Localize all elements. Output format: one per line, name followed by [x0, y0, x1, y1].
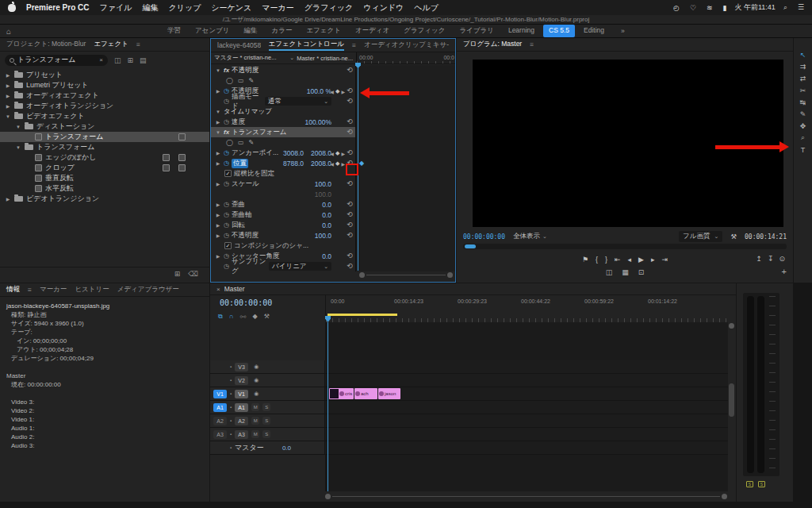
disclosure-icon[interactable]: ▼	[215, 130, 221, 135]
param-value[interactable]: 100.0 %	[307, 87, 331, 95]
param-value[interactable]: 8788.0	[283, 160, 304, 167]
disclosure-icon[interactable]: ▼	[215, 68, 221, 73]
footer-icon-1[interactable]: ⌫	[188, 270, 198, 278]
menu-item[interactable]: グラフィック	[304, 2, 353, 13]
multi-camera-button[interactable]: ▦	[622, 268, 629, 276]
menu-item[interactable]: ファイル	[99, 2, 132, 13]
tree-item[interactable]: ▼ディストーション	[0, 121, 209, 132]
tree-item[interactable]: ▶ビデオトランジション	[0, 194, 209, 204]
stopwatch-icon[interactable]: ◷	[224, 149, 229, 156]
step-back-button[interactable]: ◂	[628, 256, 632, 264]
play-button[interactable]: ▶	[638, 256, 644, 264]
prev-keyframe-icon[interactable]: ◀	[330, 151, 334, 156]
workspace-tab[interactable]: Learning	[503, 25, 540, 37]
workspace-tab[interactable]: グラフィック	[398, 25, 450, 37]
tab-メディアブラウザー[interactable]: メディアブラウザー	[117, 285, 179, 294]
track-badge[interactable]: A2	[235, 417, 248, 425]
export-frame-button[interactable]: ⊙	[779, 255, 785, 263]
tree-item[interactable]: ▶オーディオエフェクト	[0, 90, 209, 101]
mute-button[interactable]: M	[251, 430, 259, 438]
panel-menu-icon[interactable]: ≡	[28, 286, 32, 294]
next-keyframe-icon[interactable]: ▶	[341, 89, 345, 94]
stopwatch-icon[interactable]: ◷	[224, 211, 229, 218]
menu-item[interactable]: シーケンス	[211, 2, 251, 13]
menubar-clock[interactable]: 火 午前11:41	[735, 2, 776, 13]
status-icon-1[interactable]: ♡	[690, 4, 696, 12]
stopwatch-icon[interactable]: ◷	[224, 252, 229, 260]
track-header-v1[interactable]: V1▪V1◉	[210, 387, 325, 400]
disclosure-icon[interactable]: ▶	[215, 160, 221, 166]
tab-effects[interactable]: エフェクト	[94, 40, 128, 49]
keyframe-diamond[interactable]: ◆	[359, 160, 364, 167]
search-input[interactable]: トランスフォーム ×	[5, 55, 108, 66]
param-value[interactable]: 100.0	[315, 180, 331, 188]
extract-button[interactable]: ↧	[768, 255, 774, 263]
panel-menu-icon[interactable]: ≡	[530, 40, 534, 48]
step-forward-button[interactable]: ▸	[651, 256, 655, 264]
timeline-hscrollbar[interactable]	[331, 494, 722, 499]
disclosure-icon[interactable]: ▶	[215, 222, 221, 228]
stopwatch-icon[interactable]: ◷	[224, 87, 229, 94]
zoom-level-dropdown[interactable]: 全体表示 ⌄	[513, 232, 547, 241]
panel-menu-icon[interactable]: ≡	[352, 41, 356, 49]
stopwatch-icon[interactable]: ◷	[224, 201, 229, 208]
tree-item[interactable]: 水平反転	[0, 183, 209, 194]
status-icon-2[interactable]: ≋	[707, 4, 713, 12]
disclosure-icon[interactable]: ▶	[215, 212, 221, 217]
track-badge[interactable]: A3	[235, 430, 248, 439]
stopwatch-icon[interactable]: ◷	[224, 232, 229, 239]
effect-name[interactable]: トランスフォーム	[232, 128, 286, 137]
scrollbar-handle[interactable]	[722, 494, 727, 499]
next-keyframe-icon[interactable]: ▶	[341, 151, 345, 156]
lock-icon[interactable]: ▪	[230, 405, 232, 410]
track-badge[interactable]: V2	[235, 376, 248, 385]
tab-project[interactable]: プロジェクト: Motion-Blur	[6, 40, 86, 49]
tree-item[interactable]: 垂直反転	[0, 173, 209, 183]
ripple-edit-tool[interactable]: ⇄	[794, 72, 812, 84]
scrollbar-handle[interactable]	[447, 272, 453, 278]
mute-button[interactable]: M	[251, 417, 259, 425]
keyframe-lane[interactable]	[355, 230, 455, 241]
disclosure-icon[interactable]: ▼	[15, 125, 21, 129]
slip-tool[interactable]: ↹	[794, 96, 812, 108]
checkbox[interactable]: ✓	[224, 242, 232, 249]
camera-button[interactable]: ⊡	[638, 268, 645, 276]
workspace-tab[interactable]: エフェクト	[301, 25, 347, 37]
pen-mask-icon[interactable]: ✎	[249, 139, 255, 146]
track-header-a3[interactable]: A3▪A3MS	[210, 428, 325, 441]
tab-情報[interactable]: 情報	[6, 285, 20, 294]
keyframe-lane[interactable]	[355, 65, 455, 75]
rect-mask-icon[interactable]: ▭	[238, 139, 244, 146]
effects-toolbar-icon-0[interactable]: ◫	[114, 56, 121, 64]
dropdown[interactable]: 通常⌄	[265, 97, 331, 106]
track-badge[interactable]: V1	[235, 390, 248, 398]
workspace-tab[interactable]: CS 5.5	[543, 25, 575, 37]
reset-icon[interactable]: ⟲	[347, 210, 353, 218]
settings-wrench-icon[interactable]: ⚒	[730, 233, 737, 241]
scrollbar-handle[interactable]	[359, 272, 365, 278]
param-value[interactable]: 0.0	[322, 201, 331, 209]
lift-button[interactable]: ↥	[756, 255, 762, 263]
reset-icon[interactable]: ⟲	[347, 252, 353, 260]
menu-item[interactable]: マーカー	[262, 2, 293, 13]
keyframe-lane[interactable]	[355, 241, 455, 251]
track-header-master[interactable]: ▪マスター0.0	[210, 441, 325, 454]
keyframe-lane[interactable]	[355, 148, 455, 158]
tree-item[interactable]: エッジのぼかし	[0, 152, 209, 163]
status-icon-0[interactable]: ◴	[673, 4, 680, 12]
keyframe-lane[interactable]	[355, 261, 455, 271]
master-clip-selector[interactable]: マスター * cristian-ne...	[214, 54, 276, 62]
reset-icon[interactable]: ⟲	[347, 200, 353, 208]
menu-item[interactable]: ウィンドウ	[363, 2, 404, 13]
disclosure-icon[interactable]: ▶	[215, 233, 221, 238]
timeline-playhead[interactable]	[327, 322, 328, 491]
track-lane-master[interactable]	[325, 441, 728, 454]
status-icon-3[interactable]: ▮	[723, 4, 727, 12]
disclosure-icon[interactable]: ▶	[215, 181, 221, 187]
disclosure-icon[interactable]: ▶	[5, 103, 11, 109]
track-header-v3[interactable]: ▪V3◉	[210, 360, 325, 373]
master-volume-value[interactable]: 0.0	[282, 444, 291, 452]
tree-item[interactable]: ▶オーディオトランジション	[0, 101, 209, 111]
workspace-tab[interactable]: オーディオ	[350, 25, 395, 37]
hand-tool[interactable]: ✥	[794, 120, 812, 132]
